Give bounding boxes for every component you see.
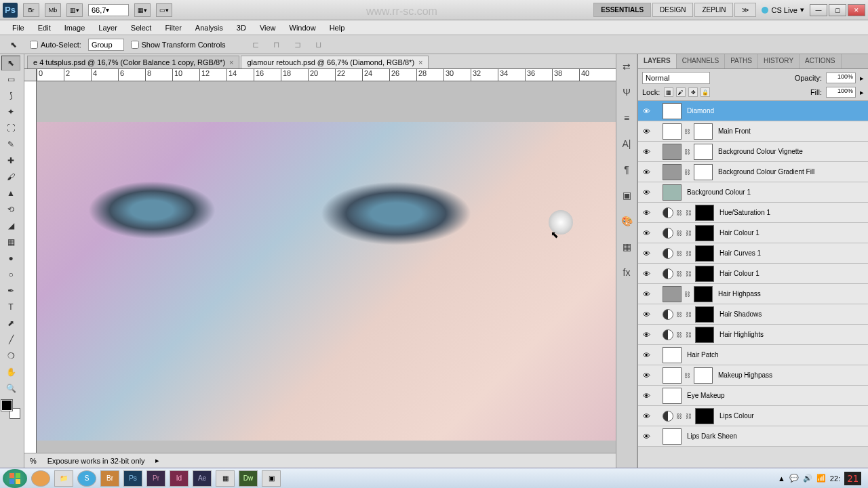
paragraph-panel-icon[interactable]: ¶ bbox=[619, 163, 634, 176]
history-brush-tool[interactable]: ⟲ bbox=[1, 202, 20, 217]
blend-mode-select[interactable]: Normal bbox=[642, 72, 710, 84]
tab-history[interactable]: HISTORY bbox=[758, 54, 800, 68]
taskbar-bridge-icon[interactable]: Br bbox=[100, 470, 119, 487]
magic-wand-tool[interactable]: ✦ bbox=[1, 104, 20, 119]
stamp-tool[interactable]: ▲ bbox=[1, 186, 20, 201]
blur-tool[interactable]: ● bbox=[1, 251, 20, 266]
crop-tool[interactable]: ⛶ bbox=[1, 121, 20, 136]
visibility-eye-icon[interactable]: 👁 bbox=[641, 390, 652, 401]
visibility-eye-icon[interactable]: 👁 bbox=[641, 370, 652, 381]
layer-thumbnail[interactable] bbox=[663, 367, 682, 384]
layer-name-label[interactable]: Hue/Saturation 1 bbox=[719, 209, 770, 216]
close-button[interactable]: ✕ bbox=[848, 4, 865, 16]
panel-icon[interactable]: ▣ bbox=[619, 188, 634, 202]
layer-name-label[interactable]: Hair Curves 1 bbox=[719, 249, 761, 257]
mask-thumbnail[interactable] bbox=[694, 144, 713, 160]
layer-thumbnail[interactable] bbox=[663, 123, 682, 140]
lasso-tool[interactable]: ⟆ bbox=[1, 88, 20, 103]
mask-thumbnail[interactable] bbox=[695, 245, 714, 262]
taskbar-aftereffects-icon[interactable]: Ae bbox=[193, 470, 212, 487]
healing-tool[interactable]: ✚ bbox=[1, 153, 20, 168]
layer-row[interactable]: 👁⛓Makeup Highpass bbox=[638, 365, 868, 386]
panel-icon[interactable]: ⇄ bbox=[619, 60, 634, 73]
visibility-eye-icon[interactable]: 👁 bbox=[641, 431, 652, 442]
menu-layer[interactable]: Layer bbox=[92, 22, 124, 34]
auto-select-target[interactable]: Group bbox=[88, 39, 124, 51]
layer-row[interactable]: 👁Diamond bbox=[638, 101, 868, 121]
taskbar-premiere-icon[interactable]: Pr bbox=[146, 470, 165, 487]
visibility-eye-icon[interactable]: 👁 bbox=[641, 289, 652, 300]
styles-panel-icon[interactable]: fx bbox=[619, 266, 634, 279]
mask-thumbnail[interactable] bbox=[694, 367, 713, 384]
menu-help[interactable]: Help bbox=[323, 22, 352, 34]
mask-thumbnail[interactable] bbox=[695, 408, 714, 424]
workspace-zeplin[interactable]: ZEPLIN bbox=[694, 3, 733, 17]
lock-transparency-icon[interactable]: ▦ bbox=[664, 87, 673, 97]
taskbar-skype-icon[interactable]: S bbox=[77, 470, 96, 487]
layer-thumbnail[interactable] bbox=[663, 286, 682, 302]
layer-thumbnail[interactable] bbox=[663, 388, 682, 404]
bridge-button[interactable]: Br bbox=[23, 3, 39, 17]
eyedropper-tool[interactable]: ✎ bbox=[1, 137, 20, 152]
mask-thumbnail[interactable] bbox=[695, 266, 714, 282]
taskbar-indesign-icon[interactable]: Id bbox=[170, 470, 189, 487]
mask-thumbnail[interactable] bbox=[695, 327, 714, 343]
layer-thumbnail[interactable] bbox=[663, 164, 682, 180]
visibility-eye-icon[interactable]: 👁 bbox=[641, 350, 652, 361]
brush-tool[interactable]: 🖌 bbox=[1, 169, 20, 184]
visibility-eye-icon[interactable]: 👁 bbox=[641, 187, 652, 198]
swatches-panel-icon[interactable]: ▦ bbox=[619, 240, 634, 253]
layer-row[interactable]: 👁⛓⛓Hair Curves 1 bbox=[638, 243, 868, 264]
arrange-button[interactable]: ▭▾ bbox=[156, 3, 172, 17]
close-icon[interactable]: × bbox=[229, 58, 233, 66]
lock-position-icon[interactable]: ✥ bbox=[688, 87, 698, 97]
cs-live-button[interactable]: CS Live ▾ bbox=[757, 5, 808, 14]
document-tab-1[interactable]: e 4 tutsplus.psd @ 16,7% (Color Balance … bbox=[27, 56, 239, 68]
shape-tool[interactable]: ╱ bbox=[1, 332, 20, 347]
tray-icon[interactable]: 📶 bbox=[816, 474, 826, 483]
menu-filter[interactable]: Filter bbox=[158, 22, 188, 34]
status-zoom[interactable]: % bbox=[30, 457, 37, 465]
layer-row[interactable]: 👁Lips Dark Sheen bbox=[638, 426, 868, 447]
layer-name-label[interactable]: Background Colour Gradient Fill bbox=[718, 168, 814, 176]
visibility-eye-icon[interactable]: 👁 bbox=[641, 329, 652, 340]
layer-name-label[interactable]: Lips Colour bbox=[719, 412, 754, 420]
menu-view[interactable]: View bbox=[253, 22, 283, 34]
character-panel-icon[interactable]: A| bbox=[619, 137, 634, 150]
dodge-tool[interactable]: ○ bbox=[1, 267, 20, 282]
layer-row[interactable]: 👁⛓Background Colour Vignette bbox=[638, 142, 868, 162]
mask-thumbnail[interactable] bbox=[694, 286, 713, 302]
visibility-eye-icon[interactable]: 👁 bbox=[641, 411, 652, 422]
lock-pixels-icon[interactable]: 🖌 bbox=[676, 87, 686, 97]
taskbar-dreamweaver-icon[interactable]: Dw bbox=[239, 470, 258, 487]
color-swatches[interactable] bbox=[1, 400, 20, 419]
tray-icon[interactable]: ▲ bbox=[778, 474, 785, 483]
workspace-essentials[interactable]: ESSENTIALS bbox=[593, 3, 651, 17]
canvas[interactable]: ⬉ bbox=[37, 81, 616, 453]
visibility-eye-icon[interactable]: 👁 bbox=[641, 207, 652, 218]
visibility-eye-icon[interactable]: 👁 bbox=[641, 309, 652, 320]
menu-3d[interactable]: 3D bbox=[230, 22, 253, 34]
layer-thumbnail[interactable] bbox=[663, 428, 682, 445]
ruler-vertical[interactable] bbox=[24, 81, 37, 453]
hand-tool[interactable]: ✋ bbox=[1, 365, 20, 380]
visibility-eye-icon[interactable]: 👁 bbox=[641, 167, 652, 178]
visibility-eye-icon[interactable]: 👁 bbox=[641, 268, 652, 279]
mask-thumbnail[interactable] bbox=[694, 123, 713, 140]
layer-thumbnail[interactable] bbox=[663, 184, 682, 201]
layer-name-label[interactable]: Hair Patch bbox=[687, 351, 719, 359]
opacity-input[interactable]: 100% bbox=[826, 73, 856, 83]
taskbar-app-icon[interactable]: ▣ bbox=[262, 470, 281, 487]
status-info[interactable]: Exposure works in 32-bit only bbox=[47, 457, 145, 465]
layer-row[interactable]: 👁⛓Main Front bbox=[638, 121, 868, 142]
layer-row[interactable]: 👁Hair Patch bbox=[638, 345, 868, 365]
layer-name-label[interactable]: Background Colour 1 bbox=[687, 188, 751, 196]
layer-name-label[interactable]: Makeup Highpass bbox=[718, 371, 772, 379]
show-transform-checkbox[interactable]: Show Transform Controls bbox=[131, 41, 226, 49]
close-icon[interactable]: × bbox=[418, 58, 422, 66]
minibridge-button[interactable]: Mb bbox=[45, 3, 61, 17]
layer-row[interactable]: 👁⛓⛓Hair Colour 1 bbox=[638, 264, 868, 284]
marquee-tool[interactable]: ▭ bbox=[1, 72, 20, 87]
panel-icon[interactable]: Ψ bbox=[619, 85, 634, 99]
eraser-tool[interactable]: ◢ bbox=[1, 218, 20, 233]
